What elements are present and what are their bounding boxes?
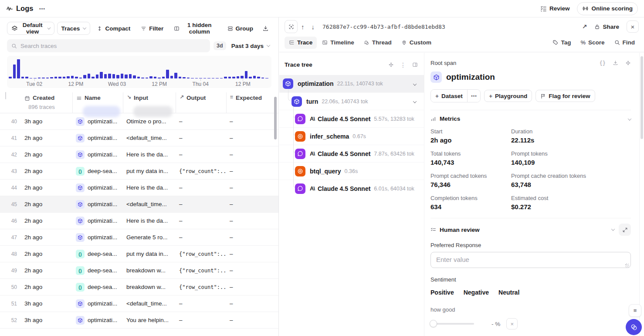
right-scrollbar-track[interactable]	[639, 53, 644, 336]
histogram-bar[interactable]	[38, 78, 41, 78]
online-scoring-button[interactable]: Online scoring	[577, 2, 638, 15]
histogram-bar[interactable]	[112, 74, 115, 78]
histogram-bar[interactable]	[25, 77, 28, 78]
tab-timeline[interactable]: Timeline	[318, 37, 359, 49]
histogram-bar[interactable]	[191, 78, 194, 78]
histogram-bar[interactable]	[261, 78, 264, 78]
histogram-bar[interactable]	[162, 77, 165, 78]
page-menu-button[interactable]: ⋯	[35, 2, 49, 15]
histogram-bar[interactable]	[241, 76, 244, 78]
histogram-bar[interactable]	[100, 72, 103, 78]
histogram-bar[interactable]	[75, 77, 78, 78]
focus-span-button[interactable]	[285, 20, 298, 33]
previous-trace-button[interactable]: ↑	[298, 21, 308, 32]
histogram-bar[interactable]	[154, 77, 157, 78]
histogram-bar[interactable]	[212, 78, 215, 78]
group-button[interactable]: Group	[224, 22, 258, 35]
trace-tree-item[interactable]: optimization22.11s, 140743 tok	[279, 75, 424, 92]
histogram-bar[interactable]	[228, 77, 231, 78]
traces-mode-selector[interactable]: Traces	[57, 22, 91, 35]
find-button[interactable]: Find	[610, 36, 639, 49]
collapse-chevron-icon[interactable]	[414, 98, 416, 105]
histogram-bar[interactable]	[166, 70, 169, 78]
flag-for-review-button[interactable]: Flag for review	[536, 90, 595, 102]
preferred-response-input[interactable]	[430, 252, 631, 268]
histogram-bar[interactable]	[220, 78, 223, 78]
histogram-bar[interactable]	[116, 75, 119, 78]
histogram-bar[interactable]	[21, 77, 24, 78]
histogram-bar[interactable]	[199, 78, 202, 78]
select-all-checkbox[interactable]	[5, 92, 6, 99]
histogram-bar[interactable]	[141, 78, 144, 78]
help-widget-button[interactable]	[626, 319, 642, 335]
histogram-bar[interactable]	[54, 77, 58, 78]
histogram-bar[interactable]	[158, 78, 161, 78]
floating-menu-button[interactable]: ≡	[629, 304, 641, 317]
histogram-bar[interactable]	[63, 77, 66, 78]
open-fullscreen-button[interactable]: ↗	[579, 20, 591, 33]
histogram-bar[interactable]	[17, 59, 20, 78]
histogram-bar[interactable]	[88, 74, 91, 78]
histogram-bar[interactable]	[104, 74, 107, 78]
move-icon[interactable]	[625, 60, 631, 66]
compact-toggle[interactable]: Compact	[93, 22, 134, 35]
histogram-bar[interactable]	[257, 77, 260, 78]
column-header-output[interactable]: ↗ Output	[176, 92, 226, 113]
download-icon[interactable]	[613, 60, 618, 66]
histogram-bar[interactable]	[179, 77, 182, 78]
histogram-bar[interactable]	[203, 78, 207, 78]
histogram-bar[interactable]	[187, 78, 190, 78]
histogram-bar[interactable]	[207, 78, 210, 78]
view-selector[interactable]: Default view	[7, 22, 54, 35]
table-row[interactable]: 462h agooptimizati...Here is the da...––	[0, 213, 278, 229]
trace-tree-item[interactable]: A\Claude 4.5 Sonnet6.01s, 64034 tok	[279, 180, 424, 197]
table-row[interactable]: 412h agooptimizati...<default_time...––	[0, 130, 278, 146]
histogram-bar[interactable]	[96, 75, 99, 78]
histogram-bar[interactable]	[232, 77, 235, 78]
filter-button[interactable]: Filter	[137, 22, 167, 35]
table-row[interactable]: 502h ago()deep-sea...breakdown w...{"row…	[0, 279, 278, 295]
tab-thread[interactable]: Thread	[359, 37, 396, 49]
add-to-dataset-button[interactable]: + Dataset	[431, 90, 467, 102]
histogram-bar[interactable]	[79, 78, 82, 78]
move-icon[interactable]	[388, 62, 394, 68]
histogram-bar[interactable]	[265, 78, 268, 78]
histogram-bar[interactable]	[58, 77, 61, 78]
sentiment-option-positive[interactable]: Positive	[430, 288, 454, 297]
histogram-bar[interactable]	[216, 78, 219, 78]
histogram-bar[interactable]	[146, 78, 149, 78]
export-button[interactable]	[260, 22, 271, 35]
histogram-bar[interactable]	[13, 64, 16, 78]
hidden-columns-button[interactable]: 1 hidden column	[170, 22, 220, 35]
sentiment-option-negative[interactable]: Negative	[464, 288, 489, 297]
histogram-bar[interactable]	[137, 77, 140, 78]
sentiment-option-neutral[interactable]: Neutral	[498, 288, 519, 297]
histogram-bar[interactable]	[46, 78, 49, 78]
histogram-bar[interactable]	[71, 76, 74, 78]
date-range-selector[interactable]: Past 3 days	[230, 39, 271, 52]
table-row[interactable]: 523h agooptimizati...You are helpin...––	[0, 312, 278, 329]
review-button[interactable]: Review	[536, 2, 574, 15]
trace-tree-item[interactable]: btql_query0.36s	[279, 162, 424, 180]
histogram-bar[interactable]	[249, 77, 252, 78]
table-row[interactable]: 513h agooptimizati...<default_time...––	[0, 295, 278, 312]
table-row[interactable]: 422h agooptimizati...Here is the da...––	[0, 146, 278, 163]
table-row[interactable]: 432h ago()deep-sea...put my data in...{"…	[0, 163, 278, 180]
histogram-bar[interactable]	[83, 75, 86, 78]
trace-tree-item[interactable]: turn22.06s, 140743 tok	[279, 92, 424, 110]
next-trace-button[interactable]: ↓	[308, 21, 319, 32]
braces-icon[interactable]: {}	[600, 61, 606, 66]
histogram-bar[interactable]	[92, 77, 95, 78]
share-button[interactable]: Share	[590, 20, 623, 33]
histogram-bar[interactable]	[9, 77, 12, 78]
column-header-expected[interactable]: = Expected	[226, 92, 278, 113]
histogram-bar[interactable]	[121, 74, 124, 78]
histogram-bar[interactable]	[42, 78, 45, 78]
panel-toggle-icon[interactable]	[412, 62, 418, 68]
histogram-bar[interactable]	[183, 77, 186, 78]
table-row[interactable]: 472h agooptimizati...Generate 5 ro...––	[0, 229, 278, 246]
close-panel-button[interactable]: ×	[627, 20, 639, 33]
chevron-down-icon[interactable]	[611, 227, 615, 231]
histogram-bar[interactable]	[195, 78, 198, 78]
table-row[interactable]: 482h ago()deep-sea...put my data in...{"…	[0, 246, 278, 262]
